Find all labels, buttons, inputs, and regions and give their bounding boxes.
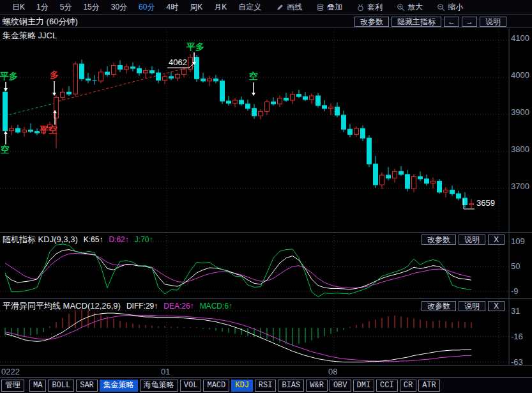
- period-day-k[interactable]: 日K: [6, 1, 31, 14]
- x-axis-label: 08: [328, 367, 337, 376]
- macd-help-button[interactable]: 说明: [459, 301, 485, 311]
- candle: [457, 190, 461, 200]
- candle: [118, 60, 123, 72]
- overlay-button[interactable]: 叠加: [311, 1, 347, 14]
- change-params-button[interactable]: 改参数: [354, 17, 389, 27]
- period-15min[interactable]: 15分: [77, 1, 105, 14]
- arbitrage-button[interactable]: 套利: [351, 1, 388, 14]
- wr-button[interactable]: W&R: [306, 380, 328, 392]
- candle: [86, 73, 91, 83]
- indicator-axis-label: 31: [511, 306, 520, 316]
- vol-button[interactable]: VOL: [180, 380, 202, 392]
- candle: [208, 76, 212, 86]
- candle: [144, 68, 148, 78]
- jijin-strategy-button[interactable]: 集金策略: [100, 380, 138, 392]
- candle: [271, 97, 276, 105]
- trend-line[interactable]: [5, 104, 54, 116]
- candle: [437, 179, 442, 194]
- period-1min[interactable]: 1分: [31, 1, 54, 14]
- candle: [35, 128, 40, 135]
- draw-line-button[interactable]: 画线: [271, 1, 307, 14]
- price-axis-label: 3700: [511, 181, 529, 191]
- manage-button[interactable]: 管理: [1, 380, 24, 392]
- period-5min[interactable]: 5分: [54, 1, 78, 14]
- svg-text:平多: 平多: [0, 71, 18, 81]
- main-chart-panel: 41004000390038003700平多空多平空平多空40623659 集金…: [0, 29, 532, 232]
- zoom-out-button[interactable]: 缩小: [432, 1, 468, 14]
- kdj-help-button[interactable]: 说明: [459, 235, 485, 245]
- candle: [188, 54, 193, 72]
- candle: [374, 156, 378, 188]
- period-4hour[interactable]: 4时: [160, 1, 184, 14]
- candle: [201, 73, 206, 82]
- candle: [335, 102, 340, 117]
- candle: [342, 111, 346, 132]
- next-button[interactable]: →: [462, 17, 477, 27]
- chart-header-buttons: 改参数 隐藏主指标 ← → 说明: [354, 17, 506, 27]
- candle: [150, 66, 155, 75]
- period-week-k[interactable]: 周K: [184, 1, 208, 14]
- candle: [297, 90, 301, 98]
- candle: [29, 123, 33, 133]
- zoom-in-icon: [397, 3, 405, 12]
- candle: [412, 174, 416, 192]
- candle: [393, 169, 397, 183]
- candle: [418, 171, 423, 181]
- candle: [169, 72, 174, 81]
- candle: [137, 65, 142, 75]
- dmi-button[interactable]: DMI: [353, 380, 375, 392]
- cci-button[interactable]: CCI: [376, 380, 398, 392]
- ma-button[interactable]: MA: [29, 380, 46, 392]
- price-axis-label: 3800: [511, 144, 529, 154]
- zoom-in-button[interactable]: 放大: [391, 1, 428, 14]
- candle: [348, 124, 353, 137]
- instrument-title: 螺纹钢主力 (60分钟): [0, 16, 78, 27]
- kdj-buttons: 改参数 说明 X: [422, 235, 505, 245]
- candle: [131, 63, 135, 72]
- period-60min[interactable]: 60分: [133, 1, 160, 14]
- indicator-toolbar: 管理 MA BOLL SAR 集金策略 海龟策略 VOL MACD KDJ RS…: [0, 377, 532, 393]
- atr-button[interactable]: ATR: [418, 380, 440, 392]
- period-custom[interactable]: 自定义: [232, 1, 267, 14]
- candle: [367, 135, 372, 167]
- kdj-change-params-button[interactable]: 改参数: [422, 235, 456, 245]
- chart-header: 螺纹钢主力 (60分钟) 改参数 隐藏主指标 ← → 说明: [0, 15, 532, 28]
- overlay-icon: [316, 3, 324, 12]
- indicator-axis-label: -63: [511, 357, 523, 365]
- pencil-icon: [276, 3, 284, 12]
- sar-button[interactable]: SAR: [76, 380, 98, 392]
- period-month-k[interactable]: 月K: [208, 1, 232, 14]
- cr-button[interactable]: CR: [400, 380, 416, 392]
- kdj-panel: 10950-9 随机指标 KDJ(9,3,3) K:65↑ D:62↑ J:70…: [0, 232, 532, 298]
- period-30min[interactable]: 30分: [105, 1, 133, 14]
- prev-button[interactable]: ←: [444, 17, 459, 27]
- kdj-button[interactable]: KDJ: [231, 380, 253, 392]
- hide-main-indicator-button[interactable]: 隐藏主指标: [391, 17, 441, 27]
- candle: [450, 185, 455, 196]
- bias-button[interactable]: BIAS: [278, 380, 304, 392]
- price-axis-label: 3900: [511, 107, 529, 117]
- signal-marker: 多: [50, 70, 59, 96]
- rsi-button[interactable]: RSI: [255, 380, 277, 392]
- kdj-close-button[interactable]: X: [488, 235, 505, 245]
- candle: [361, 125, 365, 141]
- period-toolbar: 日K 1分 5分 15分 30分 60分 4时 周K 月K 自定义 画线 叠加: [0, 0, 532, 15]
- candle: [3, 90, 8, 133]
- candlestick-chart[interactable]: 41004000390038003700平多空多平空平多空40623659: [0, 29, 532, 232]
- macd-close-button[interactable]: X: [488, 301, 505, 311]
- candle: [156, 69, 161, 83]
- svg-text:平多: 平多: [186, 42, 204, 52]
- candle: [469, 199, 474, 208]
- help-button[interactable]: 说明: [480, 17, 506, 27]
- candle: [214, 75, 218, 84]
- haigui-strategy-button[interactable]: 海龟策略: [140, 380, 178, 392]
- boll-button[interactable]: BOLL: [48, 380, 74, 392]
- price-axis-label: 4000: [511, 70, 529, 80]
- obv-button[interactable]: OBV: [330, 380, 351, 392]
- macd-button[interactable]: MACD: [203, 380, 229, 392]
- svg-text:4062: 4062: [169, 58, 187, 67]
- macd-change-params-button[interactable]: 改参数: [422, 301, 456, 311]
- trading-app-window: 日K 1分 5分 15分 30分 60分 4时 周K 月K 自定义 画线 叠加: [0, 0, 532, 393]
- candle: [227, 96, 231, 105]
- candle: [176, 73, 180, 81]
